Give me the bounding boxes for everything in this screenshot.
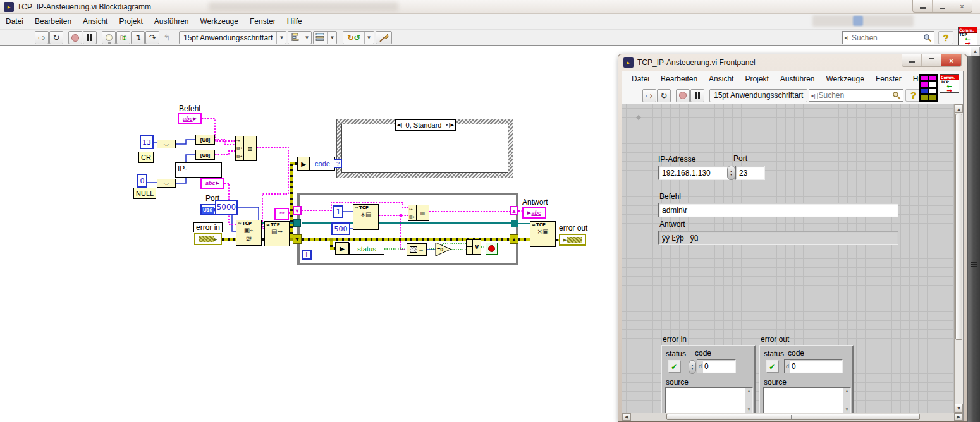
- fp-menu-projekt[interactable]: Projekt: [739, 72, 774, 86]
- string-length-node[interactable]: ↔: [407, 243, 427, 256]
- case-selector[interactable]: ◀ 0, Standard ▼ ▶: [395, 119, 456, 131]
- shift-register-right-string[interactable]: ▲: [510, 206, 518, 215]
- step-out-button[interactable]: ↰: [160, 31, 174, 44]
- fp-run-continuous-button[interactable]: ↻: [657, 89, 671, 102]
- fp-run-button[interactable]: ⇨: [642, 89, 656, 102]
- fp-pause-button[interactable]: [690, 89, 704, 102]
- fp-menu-datei[interactable]: Datei: [626, 72, 655, 86]
- fp-grid-area[interactable]: IP-Adresse 192.168.1.130 Port ▲▼ 23 Befe…: [622, 104, 954, 413]
- fp-search-input[interactable]: [819, 91, 893, 100]
- vscroll-thumb[interactable]: [955, 114, 962, 340]
- splitter-grip-icon[interactable]: [971, 262, 977, 268]
- run-button[interactable]: ⇨: [35, 31, 49, 44]
- main-titlebar[interactable]: ▸ TCP_IP-Ansteuerung.vi Blockdiagramm ×: [0, 0, 980, 14]
- befehl-string-terminal[interactable]: abc▶: [178, 113, 202, 124]
- tcp-write-node[interactable]: ≈TCP ▤→: [264, 221, 290, 246]
- search-scope-icon[interactable]: ▸|: [845, 35, 850, 40]
- fp-menu-ansicht[interactable]: Ansicht: [703, 72, 739, 86]
- fp-menu-werkzeuge[interactable]: Werkzeuge: [820, 72, 869, 86]
- align-objects-dropdown[interactable]: ▼: [288, 31, 312, 44]
- search-scope-icon[interactable]: ▸|: [811, 93, 817, 99]
- fp-titlebar[interactable]: ▸ TCP_IP-Ansteuerung.vi Frontpanel ×: [618, 54, 967, 71]
- fp-menu-fenster[interactable]: Fenster: [870, 72, 907, 86]
- shift-register-left-string[interactable]: ▼: [293, 206, 302, 215]
- menu-datei[interactable]: Datei: [0, 15, 29, 28]
- case-next-icon[interactable]: ▶: [449, 123, 455, 128]
- port-stepper[interactable]: ▲▼: [727, 166, 735, 180]
- main-vi-icon[interactable]: Comm. TCP ←→: [958, 27, 977, 45]
- minimize-button[interactable]: [913, 0, 933, 12]
- ip-string-constant[interactable]: IP-: [175, 162, 222, 178]
- port-field[interactable]: 23: [735, 166, 765, 180]
- fp-abort-button[interactable]: [676, 89, 690, 102]
- tcp-open-connection-node[interactable]: ≈TCP ▣⌁🖳: [236, 220, 262, 246]
- menu-hilfe[interactable]: Hilfe: [281, 15, 308, 28]
- pause-button[interactable]: [83, 31, 97, 44]
- main-search-box[interactable]: ▸|: [842, 31, 934, 44]
- fp-close-button[interactable]: ×: [941, 54, 961, 66]
- concatenate-strings-node[interactable]: ▫+▨+▧+ ▥: [235, 136, 257, 161]
- error-in-code-field[interactable]: d 0: [697, 359, 736, 373]
- loop-condition-terminal[interactable]: [486, 243, 498, 255]
- const-1[interactable]: 1: [333, 205, 343, 218]
- menu-bearbeiten[interactable]: Bearbeiten: [29, 15, 77, 28]
- const-13[interactable]: 13: [140, 135, 154, 149]
- fp-search-box[interactable]: ▸|: [809, 89, 903, 102]
- cleanup-diagram-button[interactable]: +: [376, 31, 392, 44]
- loop-iteration-terminal[interactable]: i: [302, 250, 312, 260]
- close-button[interactable]: ×: [952, 0, 972, 12]
- source-scrollbar[interactable]: ▲▼: [843, 388, 850, 413]
- menu-ansicht[interactable]: Ansicht: [77, 15, 113, 28]
- empty-string-constant[interactable]: "": [274, 208, 289, 220]
- to-u8-conversion-node[interactable]: ▫‥▫: [157, 140, 176, 148]
- fp-menu-ausfuehren[interactable]: Ausführen: [775, 72, 821, 86]
- fp-vi-icon[interactable]: Comm. TCP ←→: [940, 74, 959, 93]
- unbundle-code-label[interactable]: code: [310, 157, 335, 171]
- const-5000[interactable]: 5000: [215, 200, 238, 215]
- scroll-left-icon[interactable]: ◀: [622, 413, 631, 421]
- hscroll-thumb[interactable]: [666, 414, 920, 420]
- byte-array-to-string-node-1[interactable]: [U8]: [195, 135, 215, 145]
- to-u8-conversion-node-2[interactable]: ▫‥▫: [157, 179, 176, 188]
- main-search-input[interactable]: [852, 33, 923, 42]
- run-continuous-button[interactable]: ↻: [49, 31, 63, 44]
- error-out-code-field[interactable]: d 0: [784, 359, 843, 373]
- scroll-right-icon[interactable]: ▶: [954, 413, 963, 421]
- error-out-status-button[interactable]: ✓: [766, 360, 779, 373]
- restore-button[interactable]: [933, 0, 952, 12]
- step-into-button[interactable]: ↴: [131, 31, 145, 44]
- compound-or-node[interactable]: v: [466, 239, 481, 255]
- tcp-close-connection-node[interactable]: ≈TCP ×▣: [530, 221, 556, 247]
- tunnel-right-connection[interactable]: [511, 220, 518, 227]
- const-0[interactable]: 0: [137, 174, 147, 188]
- step-over-button[interactable]: ↷: [145, 31, 159, 44]
- equal-to-zero-node[interactable]: =0: [435, 242, 452, 256]
- concatenate-strings-node-2[interactable]: ▫+▧+ ▥: [408, 205, 429, 221]
- fp-font-selector-dropdown[interactable]: 15pt Anwendungsschriftart: [709, 89, 807, 102]
- error-in-source-field[interactable]: ▲▼: [665, 387, 753, 413]
- fp-restore-button[interactable]: [922, 54, 941, 66]
- shift-register-right-error[interactable]: ▲: [510, 234, 518, 244]
- menu-fenster[interactable]: Fenster: [244, 15, 281, 28]
- source-scrollbar[interactable]: ▲▼: [745, 388, 752, 413]
- tunnel-left-connection[interactable]: [293, 219, 301, 227]
- byte-array-to-string-node-2[interactable]: [U8]: [195, 150, 215, 160]
- distribute-objects-dropdown[interactable]: ▼: [313, 31, 337, 44]
- retain-wire-values-button[interactable]: ▯▯↧: [116, 31, 130, 44]
- ip-string-terminal[interactable]: abc▶: [200, 178, 224, 189]
- menu-ausfuehren[interactable]: Ausführen: [149, 15, 195, 28]
- fp-minimize-button[interactable]: [902, 54, 922, 66]
- unbundle-status-label[interactable]: status: [349, 243, 384, 255]
- abort-button[interactable]: [68, 31, 82, 44]
- main-help-button[interactable]: ?: [938, 31, 953, 44]
- fp-menu-bearbeiten[interactable]: Bearbeiten: [655, 72, 703, 86]
- scroll-down-icon[interactable]: ▼: [955, 404, 963, 413]
- error-in-terminal[interactable]: ▶: [194, 233, 222, 245]
- unbundle-status-arrow[interactable]: ▶: [335, 242, 349, 255]
- antwort-string-indicator[interactable]: ▶abc: [522, 207, 546, 219]
- tools-palette-icon[interactable]: [919, 74, 938, 102]
- antwort-field[interactable]: ÿý Ŀÿþ ÿû: [658, 231, 898, 245]
- ip-adresse-field[interactable]: 192.168.1.130: [658, 166, 729, 180]
- befehl-field[interactable]: admin\r: [658, 203, 898, 217]
- const-500[interactable]: 500: [331, 222, 350, 235]
